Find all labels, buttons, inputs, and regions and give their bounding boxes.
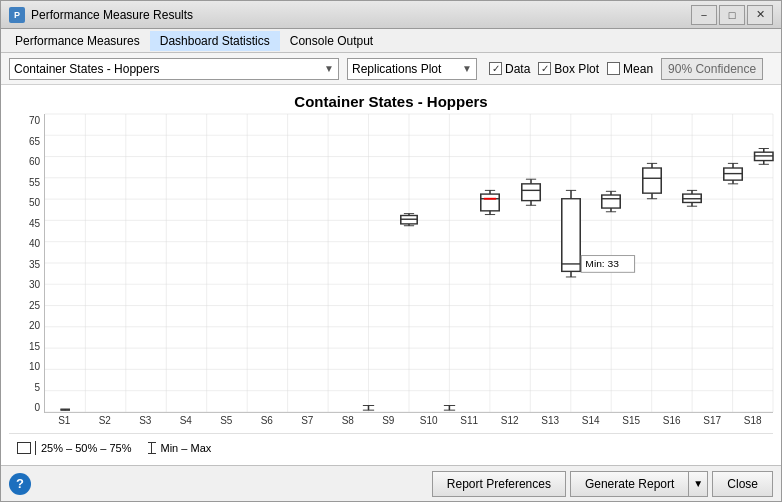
x-label-s2: S2 — [85, 415, 126, 426]
maximize-button[interactable]: □ — [719, 5, 745, 25]
container-states-dropdown[interactable]: Container States - Hoppers ▼ — [9, 58, 339, 80]
plot-type-dropdown[interactable]: Replications Plot ▼ — [347, 58, 477, 80]
svg-rect-75 — [643, 168, 661, 193]
app-icon: P — [9, 7, 25, 23]
main-window: P Performance Measure Results − □ ✕ Perf… — [0, 0, 782, 502]
plot-area: Min: 33 — [44, 114, 773, 413]
legend-minmax-symbol — [148, 442, 156, 454]
svg-rect-48 — [481, 194, 499, 211]
data-checkbox-box: ✓ — [489, 62, 502, 75]
y-label-30: 30 — [29, 280, 40, 290]
svg-rect-69 — [602, 195, 620, 208]
box-plot-checkbox-label: Box Plot — [554, 62, 599, 76]
generate-report-arrow-button[interactable]: ▼ — [688, 471, 708, 497]
box-plot-checkbox[interactable]: ✓ Box Plot — [538, 62, 599, 76]
y-label-55: 55 — [29, 178, 40, 188]
x-axis: S1 S2 S3 S4 S5 S6 S7 S8 S9 S10 S11 S12 S… — [44, 413, 773, 433]
menu-performance-measures[interactable]: Performance Measures — [5, 31, 150, 51]
svg-rect-61 — [562, 199, 580, 272]
x-label-s5: S5 — [206, 415, 247, 426]
y-label-10: 10 — [29, 362, 40, 372]
window-title: Performance Measure Results — [31, 8, 193, 22]
title-bar: P Performance Measure Results − □ ✕ — [1, 1, 781, 29]
x-label-s7: S7 — [287, 415, 328, 426]
dropdown-arrow-icon: ▼ — [324, 63, 334, 74]
x-label-s9: S9 — [368, 415, 409, 426]
minimize-button[interactable]: − — [691, 5, 717, 25]
legend-box-item: 25% – 50% – 75% — [17, 441, 132, 455]
chart-title: Container States - Hoppers — [9, 93, 773, 110]
bottom-left: ? — [9, 473, 31, 495]
confidence-label: 90% Confidence — [668, 62, 756, 76]
help-button[interactable]: ? — [9, 473, 31, 495]
mean-checkbox-box — [607, 62, 620, 75]
chart-container: 70 65 60 55 50 45 40 35 30 25 20 15 10 5… — [9, 114, 773, 433]
bottom-right: Report Preferences Generate Report ▼ Clo… — [432, 471, 773, 497]
data-checkbox[interactable]: ✓ Data — [489, 62, 530, 76]
svg-rect-55 — [522, 184, 540, 201]
chart-inner: Min: 33 — [44, 114, 773, 433]
x-label-s18: S18 — [733, 415, 774, 426]
menu-dashboard-statistics[interactable]: Dashboard Statistics — [150, 31, 280, 51]
x-label-s1: S1 — [44, 415, 85, 426]
y-label-50: 50 — [29, 198, 40, 208]
mean-checkbox[interactable]: Mean — [607, 62, 653, 76]
x-label-s13: S13 — [530, 415, 571, 426]
bottom-bar: ? Report Preferences Generate Report ▼ C… — [1, 465, 781, 501]
y-label-25: 25 — [29, 301, 40, 311]
box-plot-checkbox-box: ✓ — [538, 62, 551, 75]
x-label-s8: S8 — [328, 415, 369, 426]
menu-console-output[interactable]: Console Output — [280, 31, 383, 51]
checkboxes-group: ✓ Data ✓ Box Plot Mean — [489, 62, 653, 76]
y-label-20: 20 — [29, 321, 40, 331]
confidence-box: 90% Confidence — [661, 58, 763, 80]
y-label-60: 60 — [29, 157, 40, 167]
data-checkbox-label: Data — [505, 62, 530, 76]
y-label-40: 40 — [29, 239, 40, 249]
x-label-s4: S4 — [166, 415, 207, 426]
y-label-5: 5 — [34, 383, 40, 393]
legend-box-symbol — [17, 441, 36, 455]
x-label-s17: S17 — [692, 415, 733, 426]
plot-type-value: Replications Plot — [352, 62, 441, 76]
y-label-70: 70 — [29, 116, 40, 126]
plot-dropdown-arrow-icon: ▼ — [462, 63, 472, 74]
y-label-35: 35 — [29, 260, 40, 270]
x-label-s14: S14 — [571, 415, 612, 426]
x-label-s12: S12 — [490, 415, 531, 426]
x-label-s6: S6 — [247, 415, 288, 426]
legend-area: 25% – 50% – 75% Min – Max — [9, 433, 773, 461]
y-label-0: 0 — [34, 403, 40, 413]
generate-report-button[interactable]: Generate Report — [570, 471, 688, 497]
chart-area: Container States - Hoppers 70 65 60 55 5… — [1, 85, 781, 465]
title-controls: − □ ✕ — [691, 5, 773, 25]
toolbar: Container States - Hoppers ▼ Replication… — [1, 53, 781, 85]
report-preferences-button[interactable]: Report Preferences — [432, 471, 566, 497]
y-label-45: 45 — [29, 219, 40, 229]
x-label-s15: S15 — [611, 415, 652, 426]
svg-text:Min: 33: Min: 33 — [585, 258, 619, 268]
y-axis: 70 65 60 55 50 45 40 35 30 25 20 15 10 5… — [9, 114, 44, 433]
container-states-value: Container States - Hoppers — [14, 62, 159, 76]
chart-svg: Min: 33 — [45, 114, 773, 412]
x-label-s16: S16 — [652, 415, 693, 426]
close-dialog-button[interactable]: Close — [712, 471, 773, 497]
x-label-s10: S10 — [409, 415, 450, 426]
menu-bar: Performance Measures Dashboard Statistic… — [1, 29, 781, 53]
mean-checkbox-label: Mean — [623, 62, 653, 76]
title-bar-left: P Performance Measure Results — [9, 7, 193, 23]
x-label-s11: S11 — [449, 415, 490, 426]
legend-minmax-label: Min – Max — [161, 442, 212, 454]
dropdown-arrow-icon: ▼ — [693, 478, 703, 489]
y-label-65: 65 — [29, 137, 40, 147]
generate-report-group: Generate Report ▼ — [570, 471, 708, 497]
close-button[interactable]: ✕ — [747, 5, 773, 25]
legend-box-label: 25% – 50% – 75% — [41, 442, 132, 454]
legend-minmax-item: Min – Max — [148, 442, 212, 454]
x-label-s3: S3 — [125, 415, 166, 426]
y-label-15: 15 — [29, 342, 40, 352]
